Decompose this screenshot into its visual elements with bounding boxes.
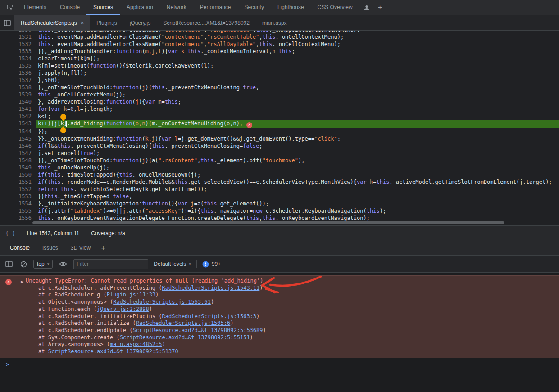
line-number[interactable]: 1547 [0,150,36,157]
code-text[interactable]: k[m]=setTimeout(function(){$telerik.canc… [36,62,559,69]
code-text[interactable]: }}this._timeSlotTapped=false; [36,193,559,200]
stack-link[interactable]: jQuery.js:2:2898 [97,306,149,312]
main-tab-application[interactable]: Application [120,0,160,15]
main-tab-console[interactable]: Console [53,0,86,15]
drawer-tab-3d-view[interactable]: 3D View [64,241,97,255]
console-sidebar-icon[interactable] [5,261,14,267]
pretty-print-icon[interactable]: { } [5,230,15,237]
console-filter-input[interactable] [73,259,148,269]
console-prompt-row[interactable]: > [0,358,559,369]
code-text[interactable]: this._eventMap.addHandlerForClassName("c… [36,33,559,41]
live-expression-eye-icon[interactable] [58,261,68,267]
stack-link[interactable]: RadSchedulerScripts.js:1543:11 [162,285,260,291]
main-tab-performance[interactable]: Performance [193,0,238,15]
line-number[interactable]: 1553 [0,193,36,200]
code-text[interactable]: }},_onTimeSlotTouchEnd:function(j){a(".r… [36,157,559,164]
code-text[interactable]: }},_onContextMenuHiding:function(k,j){va… [36,135,559,142]
code-text[interactable]: clearTimeout(k[m]); [36,55,559,62]
drawer-tab-issues[interactable]: Issues [36,241,64,255]
code-text[interactable]: k++){j[k].add_hiding(function(o,n){m._on… [36,120,559,128]
line-number[interactable]: 1541 [0,105,36,113]
log-levels-dropdown[interactable]: Default levels ▾ [154,261,191,267]
main-tab-elements[interactable]: Elements [17,0,53,15]
javascript-context-dropdown[interactable]: top ▾ [33,260,53,269]
line-number[interactable]: 1543 [0,120,36,128]
drawer-tab-console[interactable]: Console [4,241,36,255]
line-number[interactable]: 1544 [0,128,36,135]
line-number[interactable]: 1542 [0,113,36,120]
stack-link[interactable]: Plugin.js:11:33 [107,292,155,298]
issues-counter[interactable]: 99+ [202,261,221,268]
file-tab-jquery-js[interactable]: jQuery.js [123,15,157,30]
file-tab-main-aspx[interactable]: main.aspx [256,15,293,30]
line-number[interactable]: 1552 [0,186,36,193]
stack-text: at Array.<anonymous> ( [38,341,110,347]
code-text[interactable]: this._eventMap.addHandlerForClassName("c… [36,41,559,48]
add-drawer-tab-icon[interactable]: + [97,241,109,255]
code-text[interactable]: }},_addLongTouchHandler:function(m,j,l){… [36,48,559,55]
console-messages-area[interactable]: × ▶ Uncaught TypeError: Cannot read prop… [0,275,559,392]
file-tab-radschedulerscripts-js[interactable]: RadSchedulerScripts.js× [14,15,90,30]
main-tab-css-overview[interactable]: CSS Overview [311,0,359,15]
stack-link[interactable]: RadSchedulerScripts.js:1563:3 [162,313,257,319]
stack-link[interactable]: ScriptResource.axd?d…&t=13798092:5:51370 [48,348,178,355]
main-tab-sources[interactable]: Sources [86,0,120,15]
line-number[interactable]: 1532 [0,41,36,48]
stack-link[interactable]: RadSchedulerScripts.js:1563:61 [113,299,211,305]
toggle-navigator-icon[interactable] [0,15,14,30]
line-number[interactable]: 1555 [0,207,36,214]
main-tab-lighthouse[interactable]: Lighthouse [271,0,311,15]
line-number[interactable]: 1550 [0,171,36,178]
code-text[interactable]: }); [36,128,559,135]
line-number[interactable]: 1534 [0,55,36,62]
code-text[interactable]: },_addPreventClosing:function(j){var m=t… [36,98,559,105]
scrollbar-thumb[interactable] [32,221,504,224]
line-number[interactable]: 1538 [0,84,36,91]
code-text[interactable]: },500); [36,77,559,84]
stack-frame: at Object.<anonymous> (RadSchedulerScrip… [26,299,555,306]
close-tab-icon[interactable]: × [81,19,84,26]
code-text[interactable]: if(j.attr("tabIndex")>=0||j.attr("access… [36,207,559,214]
chevron-down-icon: ▾ [189,262,191,266]
line-number[interactable]: 1535 [0,62,36,69]
stack-link[interactable]: main.aspx:4852:5 [110,341,162,347]
line-number[interactable]: 1533 [0,48,36,55]
line-number[interactable]: 1531 [0,33,36,41]
line-number[interactable]: 1551 [0,178,36,186]
code-text[interactable]: if(this._renderMode==c.RenderMode.Mobile… [36,178,559,186]
code-text[interactable]: this._onCellContextMenu(j); [36,91,559,98]
code-text[interactable]: },_onTimeSlotTouchHold:function(j){this.… [36,84,559,91]
line-number[interactable]: 1546 [0,142,36,150]
line-number[interactable]: 1537 [0,77,36,84]
horizontal-scrollbar[interactable] [0,220,559,225]
code-text[interactable]: this._onDocMouseUp(j); [36,164,559,171]
expand-triangle-icon[interactable]: ▶ [21,278,23,286]
file-tab-plugin-js[interactable]: Plugin.js [90,15,123,30]
line-number[interactable]: 1536 [0,69,36,77]
code-text[interactable]: return this._switchToSelectedDay(k.get_s… [36,186,559,193]
clear-console-icon[interactable] [19,261,28,268]
code-text[interactable]: if(l&&this._preventCtxMenuClosing){this.… [36,142,559,150]
line-number[interactable]: 1554 [0,200,36,207]
code-text[interactable]: j.apply(n,[l]); [36,69,559,77]
inspect-element-icon[interactable] [3,0,17,15]
stack-link[interactable]: ScriptResource.axd?d…&t=13798092:5:53689 [133,327,263,333]
line-number[interactable]: 1549 [0,164,36,171]
code-text[interactable]: if(this._timeSlotTapped){this._onCellMou… [36,171,559,178]
add-panel-icon[interactable]: + [374,0,386,15]
line-number[interactable]: 1539 [0,91,36,98]
stack-link[interactable]: ScriptResource.axd?d…&t=13798092:5:55151 [120,334,250,341]
code-line-1537: 1537},500); [0,77,559,84]
code-text[interactable]: k<l; [36,113,559,120]
line-number[interactable]: 1545 [0,135,36,142]
line-number[interactable]: 1540 [0,98,36,105]
user-panel-icon[interactable] [359,0,374,15]
file-tab-scriptresource-xm1-t-13798092[interactable]: ScriptResource....XM1&t=13798092 [157,15,256,30]
code-text[interactable]: },_initializeKeyboardNavigation:function… [36,200,559,207]
main-tab-network[interactable]: Network [160,0,193,15]
code-text[interactable]: j.set_cancel(true); [36,150,559,157]
code-text[interactable]: for(var k=0,l=j.length; [36,105,559,113]
main-tab-security[interactable]: Security [238,0,271,15]
stack-link[interactable]: RadSchedulerScripts.js:1505:6 [136,320,231,326]
line-number[interactable]: 1548 [0,157,36,164]
